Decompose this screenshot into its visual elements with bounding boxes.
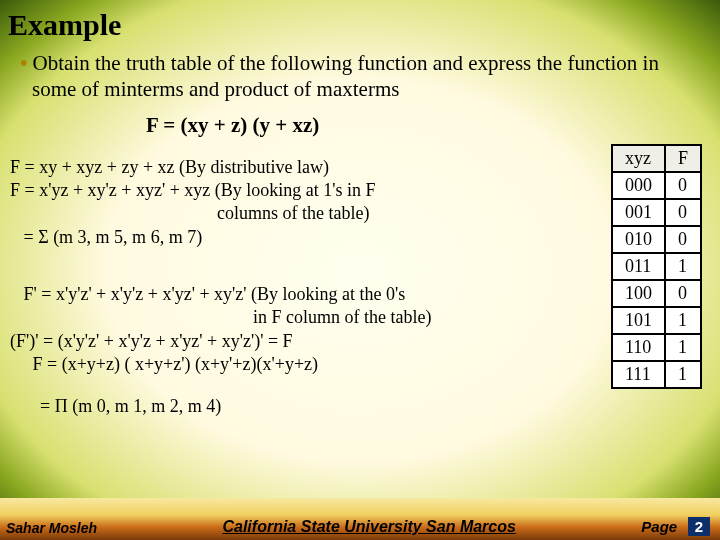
author-name: Sahar Mosleh (6, 520, 97, 536)
slide-footer: Sahar Mosleh California State University… (0, 517, 720, 538)
cell-xyz: 101 (612, 307, 665, 334)
cell-f: 1 (665, 334, 701, 361)
cell-xyz: 010 (612, 226, 665, 253)
cell-xyz: 111 (612, 361, 665, 388)
cell-f: 1 (665, 361, 701, 388)
table-row: 1111 (612, 361, 701, 388)
table-row: 0100 (612, 226, 701, 253)
derivation-line: F = (x+y+z) ( x+y+z') (x+y'+z)(x'+y+z) (10, 353, 597, 376)
university-name: California State University San Marcos (97, 518, 641, 536)
table-header-row: xyz F (612, 145, 701, 172)
cell-xyz: 001 (612, 199, 665, 226)
derivation-line: in F column of the table) (10, 306, 597, 329)
table-row: 1000 (612, 280, 701, 307)
page-label: Page (641, 518, 677, 535)
table-row: 0010 (612, 199, 701, 226)
table-row: 1011 (612, 307, 701, 334)
maxterm-product: = Π (m 0, m 1, m 2, m 4) (10, 395, 597, 418)
derivation-line: (F')' = (x'y'z' + x'y'z + x'yz' + xy'z')… (10, 330, 597, 353)
slide-title: Example (8, 8, 714, 42)
col-header-xyz: xyz (612, 145, 665, 172)
col-header-f: F (665, 145, 701, 172)
page-number: 2 (688, 517, 710, 536)
main-formula: F = (xy + z) (y + xz) (146, 113, 714, 138)
bullet-dot-icon: • (20, 51, 33, 75)
cell-f: 1 (665, 253, 701, 280)
cell-f: 0 (665, 226, 701, 253)
table-row: 1101 (612, 334, 701, 361)
derivation-line: F = xy + xyz + zy + xz (By distributive … (10, 156, 597, 179)
cell-xyz: 100 (612, 280, 665, 307)
derivation-line: F' = x'y'z' + x'y'z + x'yz' + xy'z' (By … (10, 283, 597, 306)
slide-content: Example • Obtain the truth table of the … (6, 4, 714, 536)
derivation-column: F = xy + xyz + zy + xz (By distributive … (6, 144, 597, 419)
table-row: 0000 (612, 172, 701, 199)
derivation-line: F = x'yz + xy'z + xyz' + xyz (By looking… (10, 179, 597, 202)
table-row: 0111 (612, 253, 701, 280)
truth-table: xyz F 0000 0010 0100 0111 1000 1011 1101… (611, 144, 702, 389)
cell-xyz: 000 (612, 172, 665, 199)
cell-f: 1 (665, 307, 701, 334)
cell-f: 0 (665, 199, 701, 226)
cell-f: 0 (665, 280, 701, 307)
page-indicator: Page 2 (641, 517, 710, 536)
cell-xyz: 011 (612, 253, 665, 280)
bullet-body: Obtain the truth table of the following … (32, 51, 659, 101)
cell-f: 0 (665, 172, 701, 199)
bullet-text: • Obtain the truth table of the followin… (20, 50, 700, 103)
maxterm-derivation: F' = x'y'z' + x'y'z + x'yz' + xy'z' (By … (10, 283, 597, 377)
derivation-line: columns of the table) (10, 202, 597, 225)
derivation-line: = Σ (m 3, m 5, m 6, m 7) (10, 226, 597, 249)
cell-xyz: 110 (612, 334, 665, 361)
minterm-derivation: F = xy + xyz + zy + xz (By distributive … (10, 156, 597, 250)
